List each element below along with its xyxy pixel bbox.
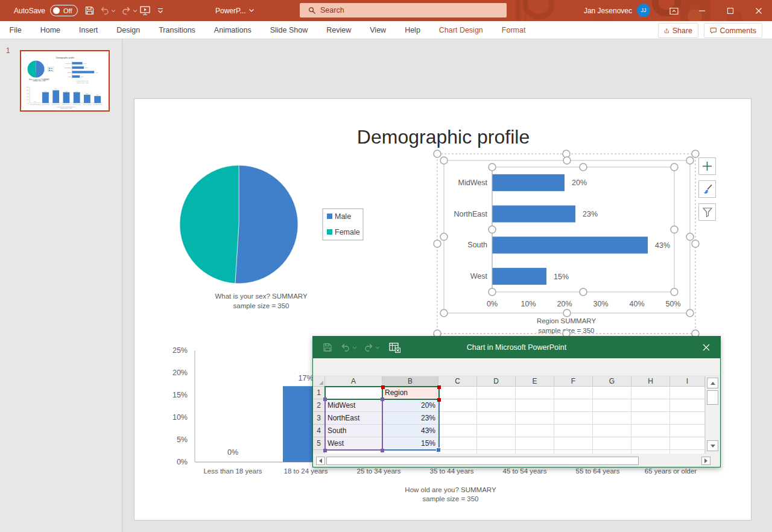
tab-home[interactable]: Home <box>31 21 69 39</box>
cell-E5[interactable] <box>516 437 554 450</box>
slide-title[interactable]: Demographic profile <box>357 126 530 148</box>
scroll-down-button[interactable] <box>707 440 718 451</box>
region-bar-south[interactable] <box>492 236 648 253</box>
col-header-E[interactable]: E <box>516 376 554 387</box>
pie-slice-male[interactable] <box>235 165 298 283</box>
data-editor-close-icon[interactable] <box>702 343 710 352</box>
pie-slice-female[interactable] <box>180 165 239 283</box>
horizontal-scrollbar[interactable] <box>313 456 721 466</box>
selection-handle[interactable] <box>671 163 678 171</box>
slide-thumbnail[interactable]: Demographic profileWhat is your sex? SUM… <box>20 50 110 112</box>
selection-handle[interactable] <box>489 226 496 233</box>
cell-A3[interactable]: NorthEast <box>325 412 382 425</box>
cell-C6[interactable] <box>438 450 477 454</box>
cell-H1[interactable] <box>631 387 670 399</box>
cell-E3[interactable] <box>516 412 554 425</box>
tab-design[interactable]: Design <box>107 21 150 39</box>
selection-handle[interactable] <box>692 240 699 247</box>
col-header-C[interactable]: C <box>438 376 477 387</box>
cell-I6[interactable] <box>670 450 705 454</box>
cell-F4[interactable] <box>554 425 593 437</box>
row-header-5[interactable]: 5 <box>313 437 325 450</box>
selection-handle[interactable] <box>671 226 678 233</box>
close-button[interactable] <box>753 0 764 21</box>
customize-quick-access-toolbar-button[interactable] <box>157 0 163 21</box>
share-button[interactable]: Share <box>658 23 698 38</box>
cell-I4[interactable] <box>670 425 705 437</box>
col-header-H[interactable]: H <box>631 376 670 387</box>
cell-A1[interactable] <box>325 387 382 399</box>
scroll-up-button[interactable] <box>707 378 718 388</box>
ribbon-display-options-button[interactable] <box>668 0 679 21</box>
cell-B2[interactable]: 20% <box>382 399 438 412</box>
redo-button[interactable] <box>121 0 138 21</box>
undo-button[interactable] <box>100 0 116 21</box>
cell-A5[interactable]: West <box>325 437 382 450</box>
region-bar-west[interactable] <box>492 268 546 285</box>
selection-handle[interactable] <box>580 163 587 171</box>
cell-D6[interactable] <box>477 450 516 454</box>
cell-B1[interactable]: Region <box>382 387 438 399</box>
cell-C3[interactable] <box>438 412 477 425</box>
selection-handle[interactable] <box>686 157 694 164</box>
cell-F1[interactable] <box>554 387 593 399</box>
row-header-2[interactable]: 2 <box>313 399 325 412</box>
cell-C5[interactable] <box>438 437 477 450</box>
cell-C1[interactable] <box>438 387 477 399</box>
vertical-scroll-thumb[interactable] <box>707 390 718 405</box>
col-header-B[interactable]: B <box>382 376 438 387</box>
document-title[interactable]: PowerP... <box>215 0 254 21</box>
avatar[interactable]: JJ <box>637 4 650 17</box>
data-editor-grid[interactable]: ABCDEFGHI1Region2MidWest20%3NorthEast23%… <box>313 376 705 454</box>
cell-H3[interactable] <box>631 412 670 425</box>
select-all-corner[interactable] <box>313 376 325 387</box>
comments-button[interactable]: Comments <box>704 23 762 38</box>
start-slideshow-button[interactable] <box>139 0 151 21</box>
selection-handle[interactable] <box>671 288 678 296</box>
col-header-F[interactable]: F <box>554 376 593 387</box>
user-name[interactable]: Jan Jesenovec <box>580 0 632 21</box>
cell-E6[interactable] <box>516 450 554 454</box>
cell-D2[interactable] <box>477 399 516 412</box>
chart-filters-button[interactable] <box>698 203 716 221</box>
save-button[interactable] <box>84 0 95 21</box>
cell-E4[interactable] <box>516 425 554 437</box>
region-bar-midwest[interactable] <box>492 174 565 191</box>
tab-view[interactable]: View <box>361 21 396 39</box>
region-bar-northeast[interactable] <box>492 206 575 223</box>
tab-format[interactable]: Format <box>492 21 535 39</box>
tab-review[interactable]: Review <box>317 21 361 39</box>
cell-F6[interactable] <box>554 450 593 454</box>
tab-help[interactable]: Help <box>396 21 430 39</box>
tab-animations[interactable]: Animations <box>204 21 261 39</box>
cell-I5[interactable] <box>670 437 705 450</box>
cell-F3[interactable] <box>554 412 593 425</box>
sex-pie-chart[interactable] <box>180 165 298 283</box>
cell-I1[interactable] <box>670 387 705 399</box>
col-header-G[interactable]: G <box>593 376 631 387</box>
cell-A6[interactable] <box>325 450 382 454</box>
chart-styles-button[interactable] <box>698 180 716 198</box>
selection-handle[interactable] <box>686 233 694 241</box>
cell-G5[interactable] <box>593 437 631 450</box>
cell-E1[interactable] <box>516 387 554 399</box>
tab-insert[interactable]: Insert <box>70 21 107 39</box>
scroll-right-button[interactable] <box>701 457 710 465</box>
cell-B6[interactable] <box>382 450 438 454</box>
selection-handle[interactable] <box>686 309 694 317</box>
selection-handle[interactable] <box>563 150 570 157</box>
selection-handle[interactable] <box>434 150 441 157</box>
cell-G1[interactable] <box>593 387 631 399</box>
selection-handle[interactable] <box>440 157 448 164</box>
col-header-D[interactable]: D <box>477 376 516 387</box>
minimize-button[interactable] <box>697 0 707 21</box>
selection-handle[interactable] <box>563 157 571 164</box>
row-header-4[interactable]: 4 <box>313 425 325 437</box>
cell-D1[interactable] <box>477 387 516 399</box>
cell-A2[interactable]: MidWest <box>325 399 382 412</box>
selection-handle[interactable] <box>563 309 571 317</box>
cell-C2[interactable] <box>438 399 477 412</box>
cell-G2[interactable] <box>593 399 631 412</box>
cell-E2[interactable] <box>516 399 554 412</box>
cell-H4[interactable] <box>631 425 670 437</box>
